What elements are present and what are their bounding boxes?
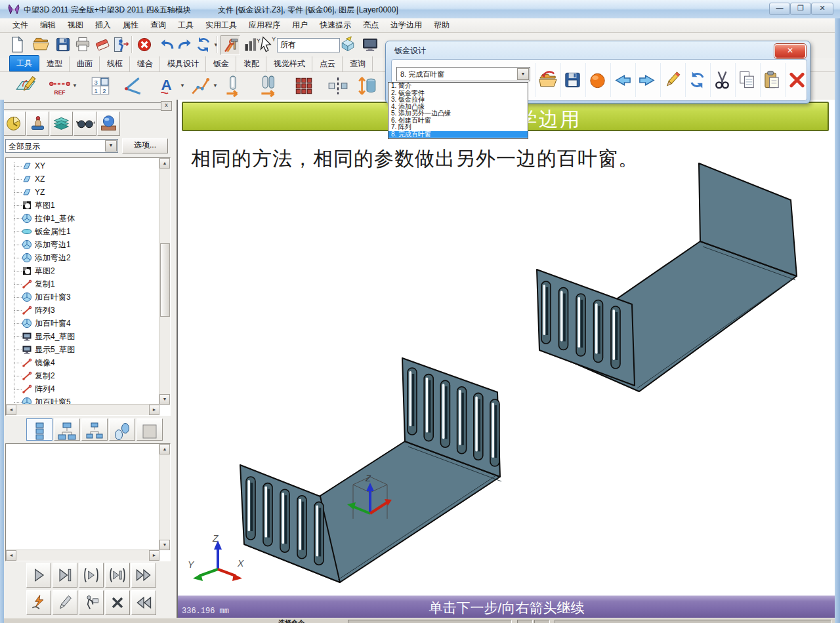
tree-item[interactable]: XY	[6, 159, 159, 172]
ribbon-tab-钣金[interactable]: 钣金	[207, 56, 236, 71]
palette-record-button[interactable]	[585, 63, 609, 97]
tree-item-label[interactable]: 复制2	[35, 369, 55, 382]
louver-slot[interactable]	[263, 483, 272, 546]
tree-vscrollbar[interactable]: ▲ ▼	[159, 158, 170, 405]
tree-item-label[interactable]: 镜像4	[35, 356, 55, 369]
regen-manager-tab-icon[interactable]	[26, 111, 49, 136]
chevron-down-icon[interactable]: ▼	[213, 83, 218, 89]
play-button[interactable]	[26, 563, 51, 588]
ribbon-tab-点云[interactable]: 点云	[313, 56, 343, 71]
tree-item-label[interactable]: 加百叶窗4	[35, 317, 71, 330]
tree-item-label[interactable]: XZ	[35, 172, 45, 186]
tree-item[interactable]: 钣金属性1	[6, 225, 159, 238]
louver-icon[interactable]	[222, 74, 244, 98]
tree-hscrollbar[interactable]: ◄ ►	[6, 404, 159, 415]
louver-slot[interactable]	[541, 281, 551, 344]
ribbon-tab-查询[interactable]: 查询	[343, 56, 373, 71]
tree-item-label[interactable]: 草图1	[35, 199, 55, 212]
scroll-thumb[interactable]	[160, 243, 170, 317]
exit-icon[interactable]	[112, 35, 130, 54]
model-viewport[interactable]: 相同的方法，相同的参数做出另外一边的百叶窗。	[178, 131, 835, 595]
chevron-down-icon[interactable]: ▼	[105, 140, 117, 151]
chevron-down-icon[interactable]: ▼	[517, 68, 529, 80]
save-icon[interactable]	[54, 35, 72, 54]
menu-item[interactable]: 文件	[7, 18, 34, 32]
display-filter-combo[interactable]: 全部显示 ▼	[5, 139, 118, 153]
display-monitor-icon[interactable]	[361, 35, 379, 54]
tree-item[interactable]: 显示4_草图	[6, 330, 159, 343]
scroll-down-icon[interactable]: ▼	[159, 394, 170, 405]
tree-item[interactable]: 拉伸1_基体	[6, 212, 159, 225]
steps-view-button[interactable]	[109, 418, 135, 441]
tree-item-label[interactable]: 添加弯边2	[35, 251, 71, 264]
bend-icon[interactable]	[189, 74, 211, 98]
tree-item[interactable]: 草图1	[6, 199, 159, 212]
scroll-up-icon[interactable]: ▲	[159, 158, 170, 169]
stop-icon[interactable]	[135, 35, 154, 54]
tree-item[interactable]: 添加弯边2	[6, 251, 159, 264]
louver-slot[interactable]	[594, 300, 603, 363]
tree-item[interactable]: XZ	[6, 172, 159, 186]
print-icon[interactable]	[74, 35, 92, 54]
tree-item[interactable]: 复制2	[6, 369, 159, 382]
tree-item-label[interactable]: YZ	[35, 186, 45, 199]
layer-manager-tab-icon[interactable]	[50, 111, 73, 136]
louver-slot[interactable]	[297, 496, 306, 559]
chevron-down-icon[interactable]: ▼	[72, 83, 77, 89]
ribbon-tab-缝合[interactable]: 缝合	[131, 56, 160, 71]
text-annotation-icon[interactable]: A	[156, 74, 178, 98]
louver-slot[interactable]	[457, 387, 467, 454]
tree-item-label[interactable]: 显示4_草图	[35, 330, 75, 343]
new-document-icon[interactable]	[8, 35, 26, 54]
step-option[interactable]: 8. 完成百叶窗	[388, 131, 528, 138]
tree-item-label[interactable]: 阵列3	[35, 304, 55, 317]
notes-hscrollbar[interactable]: ◄ ►	[6, 550, 159, 561]
rewind-button[interactable]	[131, 590, 156, 615]
palette-open-button[interactable]	[536, 63, 559, 97]
louver-slot[interactable]	[474, 393, 483, 460]
menu-item[interactable]: 实用工具	[200, 18, 243, 32]
palette-cut-button[interactable]	[710, 63, 734, 97]
tree-item[interactable]: 加百叶窗4	[6, 317, 159, 330]
close-session-button[interactable]	[105, 590, 130, 615]
chevron-down-icon[interactable]: ▼	[180, 83, 185, 89]
louver-slot[interactable]	[246, 477, 255, 540]
palette-back-button[interactable]	[610, 63, 634, 97]
menu-item[interactable]: 插入	[89, 18, 117, 32]
louver-slot[interactable]	[440, 380, 450, 447]
open-folder-icon[interactable]	[32, 35, 50, 54]
tree-item-label[interactable]: 草图2	[35, 264, 55, 277]
palette-copy-button[interactable]	[735, 63, 759, 97]
louver-slot[interactable]	[314, 502, 324, 565]
blank-view-button[interactable]	[136, 418, 163, 441]
palette-paste-button[interactable]	[760, 63, 784, 97]
sheetmetal-models[interactable]: Z Z Y X	[178, 131, 835, 595]
menu-item[interactable]: 工具	[172, 18, 200, 32]
tree-item[interactable]: 显示5_草图	[6, 343, 159, 356]
undo-icon[interactable]	[158, 35, 176, 54]
sheetmetal-wizard-palette[interactable]: 钣金设计 ✕ 8. 完成百叶窗 ▼ 1. 简介2. 钣金零件3. 钣金拉伸4. …	[385, 41, 810, 104]
menu-item[interactable]: 编辑	[34, 18, 62, 32]
louver-double-icon[interactable]	[257, 74, 280, 98]
tree-item-label[interactable]: 阵列4	[35, 382, 55, 395]
louver-slot[interactable]	[490, 399, 499, 466]
palette-edit-button[interactable]	[660, 63, 684, 97]
pick-filter-icon[interactable]: Y	[259, 35, 277, 54]
menu-item[interactable]: 帮助	[428, 18, 455, 32]
tree-item-label[interactable]: 拉伸1_基体	[35, 212, 75, 225]
menu-item[interactable]: 用户	[286, 18, 314, 32]
notes-vscrollbar[interactable]: ▲ ▼	[159, 444, 170, 550]
tree-item-label[interactable]: 添加弯边1	[35, 238, 71, 251]
step-option[interactable]: 3. 钣金拉伸	[388, 96, 528, 104]
extrude-icon[interactable]	[356, 74, 378, 98]
tree-item[interactable]: 镜像4	[6, 356, 159, 369]
louver-slot[interactable]	[408, 368, 417, 435]
menu-item[interactable]: 边学边用	[385, 18, 428, 32]
pattern-grid-icon[interactable]	[293, 74, 315, 98]
tree-item[interactable]: 添加弯边1	[6, 238, 159, 251]
menu-item[interactable]: 属性	[117, 18, 144, 32]
notes-panel[interactable]: ▲ ▼ ◄ ►	[5, 443, 171, 561]
graphics-area[interactable]: 边学边用 相同的方法，相同的参数做出另外一边的百叶窗。	[177, 100, 835, 623]
louver-slot[interactable]	[559, 288, 568, 350]
menu-item[interactable]: 查询	[144, 18, 172, 32]
